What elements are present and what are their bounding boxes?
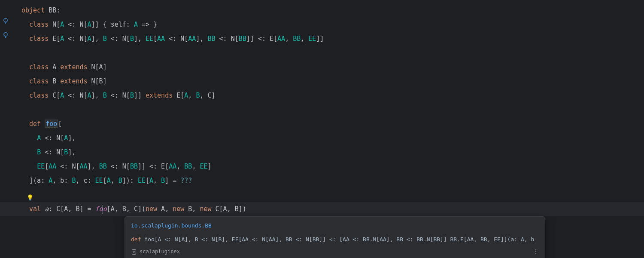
- call-args: [A, B, C](: [107, 205, 146, 213]
- keyword: extends: [146, 92, 173, 99]
- code-line[interactable]: B <: N[B],: [21, 145, 644, 160]
- punct: [: [84, 21, 88, 28]
- type-param: B: [161, 177, 165, 184]
- method-name: foo: [45, 120, 58, 128]
- val-name: a: [45, 205, 49, 213]
- keyword: new: [146, 205, 157, 213]
- file-icon: [131, 249, 137, 255]
- keyword: class: [29, 77, 49, 85]
- popup-source-label: scalapluginex: [140, 247, 180, 256]
- popup-signature: def foo[A <: N[A], B <: N[B], EE[AA <: N…: [131, 235, 539, 244]
- type-ref: E: [176, 92, 180, 99]
- type-ref: C: [56, 205, 60, 213]
- type-param: EE: [138, 177, 146, 184]
- type-param: EE: [37, 163, 45, 170]
- keyword: class: [29, 35, 49, 43]
- class-name: B: [52, 77, 56, 85]
- placeholder: ???: [180, 177, 192, 184]
- empty-line[interactable]: [21, 46, 644, 60]
- type-param: A: [88, 21, 91, 28]
- code-line-active[interactable]: val a: C[A, B] = foo[A, B, C](new A, new…: [0, 202, 644, 216]
- keyword: new: [200, 205, 211, 213]
- text: B,: [184, 205, 200, 213]
- type-param: B: [37, 148, 41, 156]
- keyword: extends: [60, 77, 87, 85]
- keyword: class: [29, 92, 49, 99]
- code-line[interactable]: class N[A <: N[A]] { self: A => }: [21, 18, 644, 32]
- type-param: B: [118, 177, 122, 184]
- empty-line[interactable]: [21, 103, 644, 117]
- class-name: N: [52, 21, 56, 28]
- type-param: BB: [130, 163, 138, 170]
- punct: [: [58, 120, 62, 128]
- punct: :: [49, 205, 56, 213]
- type-sig: [A <: N[A], B <: N[B]]: [56, 92, 142, 99]
- code-line[interactable]: class A extends N[A]: [21, 60, 644, 74]
- code-line[interactable]: def foo[: [21, 117, 644, 131]
- text: A,: [157, 205, 173, 213]
- class-name: A: [52, 63, 56, 71]
- type-ref: N: [79, 21, 83, 28]
- punct: :: [56, 6, 60, 14]
- type-param: A: [107, 177, 111, 184]
- operator: <:: [64, 21, 79, 28]
- keyword: class: [29, 21, 49, 28]
- popup-qualified-path[interactable]: io.scalaplugin.bounds.BB: [131, 221, 539, 230]
- text: C[A, B]): [212, 205, 246, 213]
- punct: [: [56, 21, 60, 28]
- keyword: object: [21, 6, 45, 14]
- svg-point-1: [4, 33, 7, 36]
- code-line[interactable]: EE[AA <: N[AA], BB <: N[BB]] <: E[AA, BB…: [21, 160, 644, 174]
- type-param: AA: [169, 163, 176, 170]
- punct: ]: [91, 21, 95, 28]
- code-line[interactable]: class B extends N[B]: [21, 74, 644, 89]
- popup-footer: scalapluginex ⋮: [131, 247, 539, 256]
- type-param: AA: [49, 163, 56, 170]
- keyword: def: [29, 120, 41, 128]
- type-param: A: [60, 21, 64, 28]
- punct: ]: [95, 21, 99, 28]
- text-cursor: [103, 205, 103, 214]
- more-icon[interactable]: ⋮: [533, 247, 539, 256]
- type-ref: N: [91, 77, 95, 85]
- keyword: class: [29, 63, 49, 71]
- documentation-popup[interactable]: io.scalaplugin.bounds.BB def foo[A <: N[…: [125, 216, 545, 258]
- type-param: A: [37, 134, 41, 142]
- empty-line[interactable]: [21, 188, 644, 202]
- gutter: [0, 0, 13, 258]
- type-sig: [A <: N[A], B <: N[B], EE[AA <: N[AA], B…: [56, 35, 324, 43]
- type-param: A: [149, 177, 153, 184]
- class-name: E: [52, 35, 56, 43]
- type-param: A: [64, 134, 68, 142]
- code-area[interactable]: object BB: class N[A <: N[A]] { self: A …: [21, 3, 644, 216]
- keyword: new: [173, 205, 184, 213]
- code-line[interactable]: class C[A <: N[A], B <: N[B]] extends E[…: [21, 89, 644, 103]
- text: => }: [138, 21, 157, 28]
- text: { self:: [99, 21, 134, 28]
- code-editor[interactable]: 💡 object BB: class N[A <: N[A]] { self: …: [0, 0, 644, 258]
- type-param: B: [72, 177, 76, 184]
- code-line[interactable]: class E[A <: N[A], B <: N[B], EE[AA <: N…: [21, 32, 644, 46]
- type-param: A: [49, 177, 52, 184]
- method-call: foo: [95, 205, 107, 213]
- type-args: [A, B] =: [60, 205, 95, 213]
- code-line[interactable]: ](a: A, b: B, c: EE[A, B]): EE[A, B] = ?…: [21, 174, 644, 188]
- type-args: [A]: [95, 63, 107, 71]
- type-param: B: [64, 148, 68, 156]
- object-name: BB: [49, 6, 56, 14]
- svg-point-0: [4, 18, 7, 22]
- popup-source-file[interactable]: scalapluginex: [131, 247, 180, 256]
- code-line[interactable]: object BB:: [21, 3, 644, 18]
- keyword: extends: [60, 63, 87, 71]
- type-param: BB: [184, 163, 192, 170]
- implementing-icon[interactable]: [3, 32, 9, 38]
- type-ref: N: [91, 63, 95, 71]
- type-args: [B]: [95, 77, 107, 85]
- implementing-icon[interactable]: [3, 18, 9, 24]
- type-param: A: [134, 21, 138, 28]
- type-param: BB: [99, 163, 107, 170]
- type-param: EE: [95, 177, 103, 184]
- code-line[interactable]: A <: N[A],: [21, 131, 644, 145]
- class-name: C: [52, 92, 56, 99]
- type-param: AA: [79, 163, 87, 170]
